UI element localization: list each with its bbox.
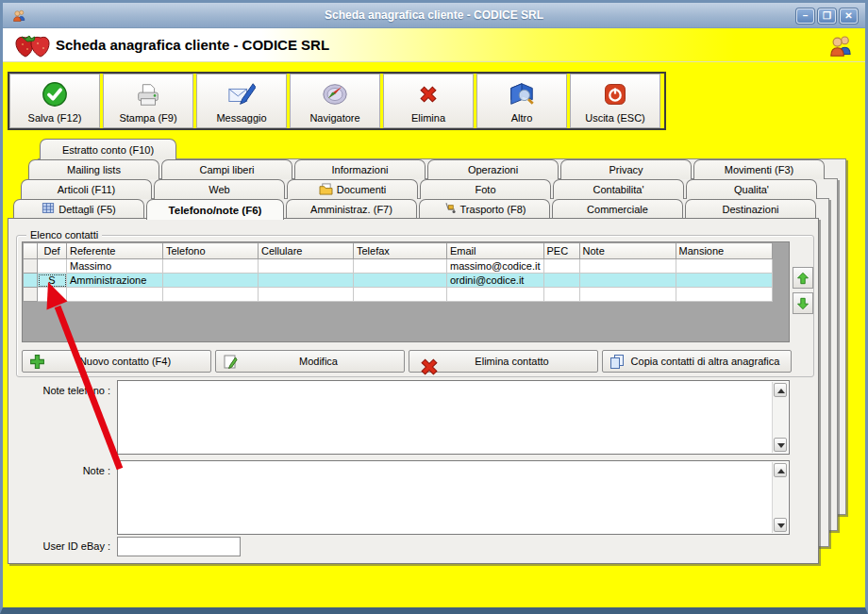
column-header-note[interactable]: Note bbox=[579, 243, 676, 259]
tab-articoli-f11-[interactable]: Articoli (F11) bbox=[21, 179, 152, 199]
column-header-email[interactable]: Email bbox=[447, 243, 544, 259]
tab-label: Documenti bbox=[337, 184, 387, 195]
contact-row-3[interactable] bbox=[24, 288, 773, 302]
column-header-def[interactable]: Def bbox=[38, 243, 67, 259]
move-contact-up-button[interactable] bbox=[793, 267, 813, 289]
cell-pec[interactable] bbox=[543, 259, 579, 274]
scroll-up-button[interactable] bbox=[774, 463, 787, 477]
column-header-pec[interactable]: PEC bbox=[543, 243, 579, 259]
cell-email[interactable]: ordini@codice.it bbox=[447, 274, 544, 288]
tab-operazioni[interactable]: Operazioni bbox=[427, 159, 559, 179]
column-header-telefax[interactable]: Telefax bbox=[354, 243, 447, 259]
toolbar-button-label: Messaggio bbox=[216, 112, 266, 124]
ebay-user-id-input[interactable] bbox=[117, 537, 241, 556]
cell-email[interactable]: massimo@codice.it bbox=[447, 259, 544, 274]
column-header-referente[interactable]: Referente bbox=[67, 243, 163, 259]
cell-pec[interactable] bbox=[543, 274, 579, 288]
tab-commerciale[interactable]: Commerciale bbox=[552, 199, 683, 218]
cell-def[interactable] bbox=[38, 288, 67, 302]
column-header-mansione[interactable]: Mansione bbox=[676, 243, 772, 259]
cell-referente[interactable] bbox=[67, 288, 163, 302]
contact-row-2[interactable]: SAmministrazioneordini@codice.it bbox=[24, 274, 773, 288]
tab-qualita-[interactable]: Qualita' bbox=[686, 179, 817, 199]
cell-telefono[interactable] bbox=[163, 259, 259, 274]
titlebar[interactable]: Scheda anagrafica cliente - CODICE SRL –… bbox=[3, 3, 865, 28]
scroll-down-button[interactable] bbox=[774, 438, 787, 452]
cell-note[interactable] bbox=[579, 259, 676, 274]
tab-foto[interactable]: Foto bbox=[420, 179, 551, 199]
tab-informazioni[interactable]: Informazioni bbox=[294, 159, 426, 179]
scroll-down-button[interactable] bbox=[774, 518, 787, 532]
scroll-up-button[interactable] bbox=[774, 383, 787, 397]
cell-def[interactable] bbox=[38, 259, 67, 274]
tab-mailing-lists[interactable]: Mailing lists bbox=[28, 159, 159, 179]
nuovo-contatto-f4--button[interactable]: Nuovo contatto (F4) bbox=[22, 350, 211, 373]
note-telefono-input[interactable] bbox=[117, 380, 790, 455]
contact-row-1[interactable]: Massimomassimo@codice.it bbox=[24, 259, 773, 274]
folder-icon bbox=[319, 183, 333, 197]
close-button[interactable]: ✕ bbox=[840, 8, 858, 24]
tab-label: Movimenti (F3) bbox=[725, 164, 793, 175]
tab-privacy[interactable]: Privacy bbox=[560, 159, 692, 179]
row-selector[interactable] bbox=[24, 274, 38, 288]
action-button-label: Modifica bbox=[282, 356, 338, 367]
tab-movimenti-f3-[interactable]: Movimenti (F3) bbox=[693, 159, 825, 179]
toolbar-button-altro[interactable]: Altro bbox=[476, 74, 567, 128]
cell-mansione[interactable] bbox=[676, 274, 772, 288]
row-selector[interactable] bbox=[24, 259, 38, 274]
cell-pec[interactable] bbox=[543, 288, 579, 302]
tab-label: Commerciale bbox=[587, 204, 648, 215]
toolbar-button-salva-f12-[interactable]: Salva (F12) bbox=[9, 74, 100, 128]
toolbar-button-uscita-esc-[interactable]: Uscita (ESC) bbox=[570, 74, 660, 128]
cell-note[interactable] bbox=[579, 274, 676, 288]
tab-documenti[interactable]: Documenti bbox=[287, 179, 418, 199]
tab-destinazioni[interactable]: Destinazioni bbox=[685, 199, 816, 218]
tab-dettagli-f5-[interactable]: Dettagli (F5) bbox=[13, 199, 144, 218]
cell-cellulare[interactable] bbox=[259, 259, 354, 274]
tab-campi-liberi[interactable]: Campi liberi bbox=[161, 159, 292, 179]
toolbar-button-label: Elimina bbox=[411, 112, 445, 124]
cell-mansione[interactable] bbox=[676, 288, 772, 302]
note-scrollbar[interactable] bbox=[772, 462, 788, 533]
tab-estratto-conto-f10-[interactable]: Estratto conto (F10) bbox=[40, 139, 176, 159]
note-input[interactable] bbox=[117, 460, 790, 535]
tab-amministraz-f7-[interactable]: Amministraz. (F7) bbox=[286, 199, 417, 218]
cell-telefax[interactable] bbox=[354, 259, 447, 274]
minimize-button[interactable]: – bbox=[796, 8, 814, 24]
copia-contatti-di-altra-anagrafica-button[interactable]: Copia contatti di altra anagrafica bbox=[602, 350, 792, 373]
toolbar-button-elimina[interactable]: Elimina bbox=[383, 74, 474, 128]
toolbar-button-stampa-f9-[interactable]: Stampa (F9) bbox=[103, 74, 193, 128]
cell-telefax[interactable] bbox=[354, 288, 447, 302]
cell-note[interactable] bbox=[579, 288, 676, 302]
green-up-arrow-icon bbox=[796, 272, 810, 285]
modifica-button[interactable]: Modifica bbox=[215, 350, 405, 373]
cell-telefono[interactable] bbox=[163, 288, 259, 302]
tab-trasporto-f8-[interactable]: Trasporto (F8) bbox=[419, 199, 550, 218]
elimina-contatto-button[interactable]: Elimina contatto bbox=[409, 350, 598, 373]
column-header-cellulare[interactable]: Cellulare bbox=[259, 243, 354, 259]
cell-mansione[interactable] bbox=[676, 259, 772, 274]
cell-email[interactable] bbox=[447, 288, 544, 302]
cell-def[interactable]: S bbox=[38, 274, 67, 288]
cell-telefax[interactable] bbox=[354, 274, 447, 288]
cell-telefono[interactable] bbox=[163, 274, 259, 288]
ebay-label: User ID eBay : bbox=[8, 540, 110, 552]
cell-cellulare[interactable] bbox=[259, 274, 354, 288]
tab-telefono-note-f6-[interactable]: Telefono/note (F6) bbox=[146, 199, 284, 220]
compass-icon bbox=[321, 78, 349, 110]
contacts-grid[interactable]: DefReferenteTelefonoCellulareTelefaxEmai… bbox=[22, 241, 790, 342]
row-selector[interactable] bbox=[24, 288, 38, 302]
cell-referente[interactable]: Amministrazione bbox=[67, 274, 163, 288]
cell-cellulare[interactable] bbox=[259, 288, 354, 302]
toolbar-button-label: Salva (F12) bbox=[28, 112, 82, 124]
note-telefono-scrollbar[interactable] bbox=[772, 382, 788, 453]
cell-referente[interactable]: Massimo bbox=[67, 259, 163, 274]
toolbar-button-navigatore[interactable]: Navigatore bbox=[290, 74, 380, 128]
move-contact-down-button[interactable] bbox=[793, 292, 813, 314]
maximize-button[interactable]: ❐ bbox=[818, 8, 836, 24]
toolbar-button-messaggio[interactable]: Messaggio bbox=[196, 74, 287, 128]
column-header-telefono[interactable]: Telefono bbox=[163, 243, 259, 259]
action-button-label: Elimina contatto bbox=[458, 356, 548, 367]
tab-web[interactable]: Web bbox=[154, 179, 285, 199]
tab-contabilita-[interactable]: Contabilita' bbox=[553, 179, 684, 199]
